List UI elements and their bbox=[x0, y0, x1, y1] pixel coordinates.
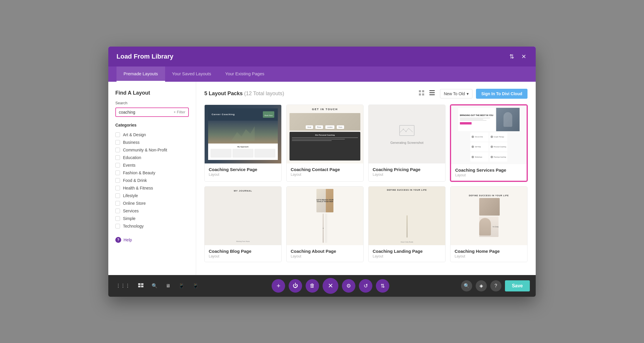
checkbox-fashion[interactable] bbox=[115, 170, 120, 175]
thumbnail-coaching-home: DEFINE SUCCESS IN YOUR LIFE I'm Cind bbox=[451, 187, 527, 245]
sort-fab-btn[interactable]: ⇅ bbox=[376, 279, 389, 293]
category-technology[interactable]: Technology bbox=[115, 222, 189, 230]
layout-card-coaching-home[interactable]: DEFINE SUCCESS IN YOUR LIFE I'm Cind bbox=[450, 186, 527, 262]
svg-point-9 bbox=[405, 131, 407, 132]
thumbnail-coaching-landing: DEFINE SUCCESS IN YOUR LIFE About Cindy … bbox=[369, 187, 445, 245]
search-right-btn[interactable]: 🔍 bbox=[461, 280, 472, 291]
thumb-sp-item-1: One on One bbox=[470, 132, 488, 141]
label-events: Events bbox=[123, 163, 136, 168]
category-education[interactable]: Education bbox=[115, 154, 189, 161]
card-info-coaching-services-2: Coaching Services Page Layout bbox=[451, 164, 527, 181]
modal-title: Load From Library bbox=[117, 53, 173, 60]
checkbox-education[interactable] bbox=[115, 155, 120, 160]
grid-tool-btn[interactable] bbox=[136, 281, 145, 290]
thumb-sp-icon-3 bbox=[472, 146, 474, 148]
category-simple[interactable]: Simple bbox=[115, 215, 189, 222]
layout-card-coaching-contact[interactable]: GET IN TOUCH Email Phone Location Hours bbox=[286, 105, 364, 182]
category-lifestyle[interactable]: Lifestyle bbox=[115, 192, 189, 199]
menu-icon-btn[interactable]: ⋮⋮⋮ bbox=[114, 281, 132, 290]
svg-rect-6 bbox=[429, 94, 435, 95]
thumb-sp-icon-6 bbox=[491, 156, 493, 158]
save-button[interactable]: Save bbox=[505, 280, 530, 291]
checkbox-business[interactable] bbox=[115, 140, 120, 145]
label-simple: Simple bbox=[123, 216, 136, 221]
sidebar: Find A Layout Search + Filter Categories… bbox=[108, 82, 196, 275]
thumb-sp-title: BRINGING OUT THE BEST IN YOU bbox=[460, 114, 493, 117]
list-view-btn[interactable] bbox=[428, 89, 436, 98]
category-community[interactable]: Community & Non-Profit bbox=[115, 146, 189, 154]
svg-rect-13 bbox=[141, 286, 143, 287]
category-art-design[interactable]: Art & Design bbox=[115, 131, 189, 139]
search-tool-btn[interactable]: 🔍 bbox=[150, 281, 159, 290]
tab-saved[interactable]: Your Saved Layouts bbox=[165, 66, 218, 82]
thumb-sp-item-4: Personal Coaching bbox=[489, 142, 507, 151]
filter-button[interactable]: + Filter bbox=[174, 110, 185, 114]
layout-card-coaching-about[interactable]: LET'S REACH YOURGOALS TOGETHER ✦ bbox=[286, 186, 364, 262]
layout-card-coaching-service[interactable]: Career Coaching Book Now My Approach bbox=[204, 105, 282, 182]
close-fab-btn[interactable]: ✕ bbox=[323, 278, 338, 294]
checkbox-technology[interactable] bbox=[115, 224, 120, 228]
card-name: Coaching Service Page bbox=[209, 167, 277, 172]
card-type: Layout bbox=[455, 254, 523, 258]
phone-tool-btn[interactable]: 📱 bbox=[191, 281, 200, 290]
grid-view-btn[interactable] bbox=[417, 89, 426, 98]
thumb-text-col: BRINGING OUT THE BEST IN YOU bbox=[458, 108, 495, 131]
search-input[interactable] bbox=[119, 110, 171, 115]
checkbox-community[interactable] bbox=[115, 148, 120, 152]
checkbox-events[interactable] bbox=[115, 163, 120, 168]
tab-premade[interactable]: Premade Layouts bbox=[117, 66, 165, 82]
label-lifestyle: Lifestyle bbox=[123, 193, 138, 198]
label-community: Community & Non-Profit bbox=[123, 148, 167, 152]
tab-existing[interactable]: Your Existing Pages bbox=[218, 66, 271, 82]
card-type: Layout bbox=[291, 173, 359, 177]
category-online-store[interactable]: Online Store bbox=[115, 199, 189, 207]
thumb-services-grid: One on One Couple Therapy Self Help bbox=[470, 132, 507, 162]
layouts-grid: Career Coaching Book Now My Approach bbox=[204, 105, 527, 262]
checkbox-simple[interactable] bbox=[115, 216, 120, 221]
layout-card-coaching-pricing[interactable]: Generating Screenshot Coaching Pricing P… bbox=[368, 105, 446, 182]
checkbox-food[interactable] bbox=[115, 178, 120, 183]
checkbox-services[interactable] bbox=[115, 209, 120, 213]
card-type: Layout bbox=[373, 254, 441, 258]
checkbox-health[interactable] bbox=[115, 186, 120, 190]
help-right-btn[interactable]: ? bbox=[490, 280, 501, 291]
sort-icon-btn[interactable]: ⇅ bbox=[508, 52, 515, 61]
thumb-sp-icon-2 bbox=[491, 136, 493, 138]
modal: Load From Library ⇅ ✕ Premade Layouts Yo… bbox=[108, 47, 536, 297]
card-info-coaching-landing: Coaching Landing Page Layout bbox=[369, 245, 445, 262]
category-fashion[interactable]: Fashion & Beauty bbox=[115, 169, 189, 177]
checkbox-art-design[interactable] bbox=[115, 132, 120, 137]
thumbnail-coaching-service: Career Coaching Book Now My Approach bbox=[205, 105, 281, 163]
category-business[interactable]: Business bbox=[115, 139, 189, 146]
thumb-sp-icon-5 bbox=[472, 156, 474, 158]
trash-fab-btn[interactable]: 🗑 bbox=[306, 279, 319, 293]
checkbox-lifestyle[interactable] bbox=[115, 193, 120, 198]
monitor-tool-btn[interactable]: 🖥 bbox=[164, 281, 172, 290]
sign-in-cloud-button[interactable]: Sign In To Divi Cloud bbox=[476, 89, 527, 99]
layers-right-btn[interactable]: ◈ bbox=[476, 280, 487, 291]
sort-dropdown[interactable]: New To Old ▾ bbox=[440, 89, 472, 98]
svg-rect-11 bbox=[141, 283, 143, 285]
layout-card-coaching-services-2[interactable]: BRINGING OUT THE BEST IN YOU bbox=[450, 105, 527, 182]
add-fab-btn[interactable]: + bbox=[272, 279, 285, 293]
category-events[interactable]: Events bbox=[115, 161, 189, 169]
power-fab-btn[interactable]: ⏻ bbox=[289, 279, 302, 293]
category-health[interactable]: Health & Fitness bbox=[115, 184, 189, 192]
svg-rect-1 bbox=[422, 90, 424, 92]
thumb-sp-icon-1 bbox=[472, 136, 474, 138]
help-button[interactable]: ? Help bbox=[115, 237, 189, 243]
close-icon-btn[interactable]: ✕ bbox=[520, 52, 527, 61]
label-food: Food & Drink bbox=[123, 178, 147, 183]
layout-card-coaching-landing[interactable]: DEFINE SUCCESS IN YOUR LIFE About Cindy … bbox=[368, 186, 446, 262]
refresh-fab-btn[interactable]: ↺ bbox=[359, 279, 372, 293]
tablet-tool-btn[interactable]: 📱 bbox=[177, 281, 186, 290]
card-info-coaching-service: Coaching Service Page Layout bbox=[205, 163, 281, 180]
thumb-sp-label-4: Personal Coaching bbox=[494, 146, 506, 148]
svg-rect-2 bbox=[419, 93, 421, 95]
checkbox-online-store[interactable] bbox=[115, 201, 120, 206]
layout-card-coaching-blog[interactable]: MY JOURNAL Working From Home Coaching Bl… bbox=[204, 186, 282, 262]
category-food[interactable]: Food & Drink bbox=[115, 177, 189, 184]
category-services[interactable]: Services bbox=[115, 207, 189, 215]
settings-fab-btn[interactable]: ⚙ bbox=[342, 279, 355, 293]
svg-rect-3 bbox=[422, 93, 424, 95]
